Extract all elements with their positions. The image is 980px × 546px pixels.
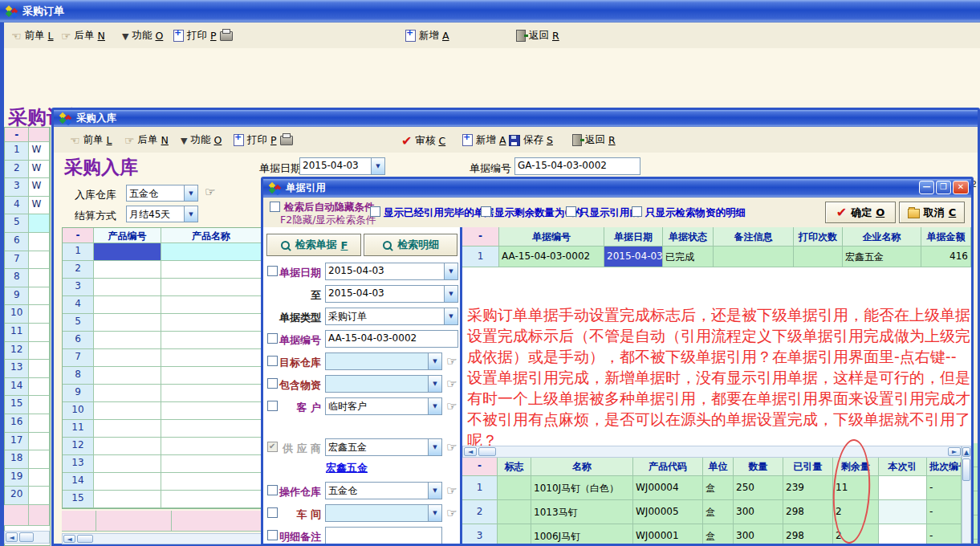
cell[interactable] bbox=[161, 367, 262, 385]
row-number-cell[interactable]: 14 bbox=[63, 473, 94, 491]
cell[interactable] bbox=[94, 314, 161, 332]
row-number-cell[interactable]: 9 bbox=[63, 385, 94, 402]
filter-select[interactable]: 五金仓 bbox=[325, 482, 442, 499]
filter-checkbox-5[interactable] bbox=[267, 356, 278, 366]
cell[interactable]: 已完成 bbox=[663, 247, 714, 267]
next-doc-button[interactable]: 后单N bbox=[61, 29, 105, 43]
cell[interactable] bbox=[794, 247, 843, 267]
cell[interactable] bbox=[498, 524, 531, 544]
cell[interactable]: 1010J马钉（白色） bbox=[531, 476, 633, 500]
row-number-cell[interactable]: 7 bbox=[5, 251, 29, 270]
cell[interactable] bbox=[879, 476, 927, 500]
cell[interactable] bbox=[29, 396, 50, 414]
cell[interactable] bbox=[161, 385, 262, 402]
row-number-cell[interactable]: 15 bbox=[5, 396, 29, 414]
maximize-button[interactable]: ❒ bbox=[936, 181, 951, 194]
row-number-cell[interactable]: 9 bbox=[5, 287, 29, 306]
row-number-cell[interactable]: 2 bbox=[5, 161, 29, 179]
cell[interactable] bbox=[161, 491, 262, 508]
cell[interactable] bbox=[94, 243, 161, 261]
row-number-cell[interactable]: 1 bbox=[5, 142, 29, 161]
filter-checkbox-7[interactable] bbox=[267, 401, 278, 411]
cell[interactable] bbox=[161, 438, 262, 455]
row-number-cell[interactable]: 3 bbox=[5, 178, 29, 197]
row-number-cell[interactable]: 19 bbox=[5, 469, 29, 487]
row-number-cell[interactable]: 12 bbox=[5, 342, 29, 361]
cell[interactable] bbox=[94, 385, 161, 402]
cell[interactable] bbox=[94, 455, 161, 473]
cell[interactable]: WJ00001 bbox=[633, 524, 703, 544]
functions-button[interactable]: 功能O bbox=[122, 29, 163, 43]
scroll-thumb[interactable] bbox=[478, 447, 496, 456]
cell[interactable]: 1 bbox=[462, 476, 498, 500]
row-number-cell[interactable]: 3 bbox=[63, 279, 94, 296]
cell[interactable]: W bbox=[29, 142, 50, 161]
cell[interactable] bbox=[714, 247, 794, 267]
row-number-cell[interactable]: 4 bbox=[63, 296, 94, 314]
filter-select[interactable]: 2015-04-03 bbox=[325, 263, 458, 280]
scroll-up-button[interactable]: ▲ bbox=[962, 447, 970, 457]
cell[interactable] bbox=[94, 402, 161, 420]
cell[interactable]: 盒 bbox=[703, 476, 734, 500]
filter-checkbox-9[interactable] bbox=[267, 485, 278, 495]
cell[interactable] bbox=[94, 438, 161, 455]
print-button[interactable]: 打印P bbox=[173, 29, 233, 43]
option-checkbox-only-referenced[interactable] bbox=[566, 206, 576, 217]
row-number-cell[interactable]: 11 bbox=[63, 420, 94, 438]
cell[interactable] bbox=[161, 261, 262, 279]
point-hand-icon[interactable] bbox=[446, 377, 457, 391]
filter-input[interactable] bbox=[325, 527, 442, 544]
dialog-titlebar[interactable]: 单据引用 — ❒ ✕ bbox=[263, 179, 971, 198]
cell[interactable]: W bbox=[29, 161, 50, 179]
cell[interactable]: 239 bbox=[783, 476, 833, 500]
filter-checkbox-8[interactable] bbox=[267, 442, 278, 452]
cell[interactable]: WJ00004 bbox=[633, 476, 703, 500]
row-number-cell[interactable]: 4 bbox=[5, 197, 29, 215]
cell[interactable] bbox=[94, 296, 161, 314]
cell[interactable] bbox=[29, 360, 50, 378]
cell[interactable] bbox=[498, 500, 531, 524]
back-button[interactable]: 返回R bbox=[516, 29, 559, 43]
print-button[interactable]: 打印P bbox=[234, 133, 293, 147]
search-details-button[interactable]: 检索明细 bbox=[364, 234, 457, 256]
scroll-left-button[interactable]: ◄ bbox=[6, 532, 18, 542]
cell[interactable]: 416 bbox=[921, 247, 971, 267]
cell[interactable]: W bbox=[29, 178, 50, 197]
cell[interactable] bbox=[29, 378, 50, 397]
save-button[interactable]: 保存S bbox=[509, 133, 553, 147]
cell[interactable] bbox=[29, 324, 50, 342]
cell[interactable] bbox=[161, 402, 262, 420]
cell[interactable]: 1006J马钉 bbox=[531, 524, 633, 544]
chevron-down-icon[interactable] bbox=[428, 353, 441, 369]
filter-select[interactable] bbox=[325, 375, 442, 393]
cell[interactable] bbox=[161, 296, 262, 314]
cell[interactable]: W bbox=[29, 197, 50, 215]
point-hand-icon[interactable] bbox=[446, 399, 457, 414]
next-doc-button[interactable]: 后单N bbox=[124, 133, 169, 147]
cell[interactable] bbox=[161, 349, 262, 367]
cell[interactable] bbox=[29, 487, 50, 505]
row-number-cell[interactable]: 5 bbox=[63, 314, 94, 332]
po-grid-hscrollbar[interactable]: ◄ bbox=[4, 531, 50, 544]
cell[interactable] bbox=[29, 305, 50, 324]
cell[interactable] bbox=[94, 279, 161, 296]
chevron-down-icon[interactable] bbox=[371, 158, 384, 174]
cell[interactable]: 盒 bbox=[703, 524, 734, 544]
option-checkbox-show-used[interactable] bbox=[370, 206, 380, 217]
prev-doc-button[interactable]: 前单L bbox=[11, 29, 54, 43]
filter-select[interactable] bbox=[325, 504, 442, 522]
filter-checkbox-1[interactable] bbox=[267, 266, 278, 276]
row-number-cell[interactable]: 2 bbox=[63, 261, 94, 279]
cell[interactable] bbox=[161, 314, 262, 332]
si-doc-date-select[interactable]: 2015-04-03 bbox=[299, 157, 385, 175]
cell[interactable] bbox=[879, 500, 927, 524]
prev-doc-button[interactable]: 前单L bbox=[70, 133, 112, 147]
po-titlebar[interactable]: 采购订单 bbox=[0, 0, 980, 22]
scroll-left-button[interactable]: ◄ bbox=[63, 535, 75, 543]
cell[interactable]: 300 bbox=[734, 524, 783, 544]
scroll-thumb[interactable] bbox=[962, 458, 970, 481]
row-number-cell[interactable]: 13 bbox=[5, 360, 29, 378]
chevron-down-icon[interactable] bbox=[444, 263, 457, 279]
filter-checkbox-10[interactable] bbox=[267, 507, 278, 518]
row-number-cell[interactable]: 5 bbox=[5, 214, 29, 233]
